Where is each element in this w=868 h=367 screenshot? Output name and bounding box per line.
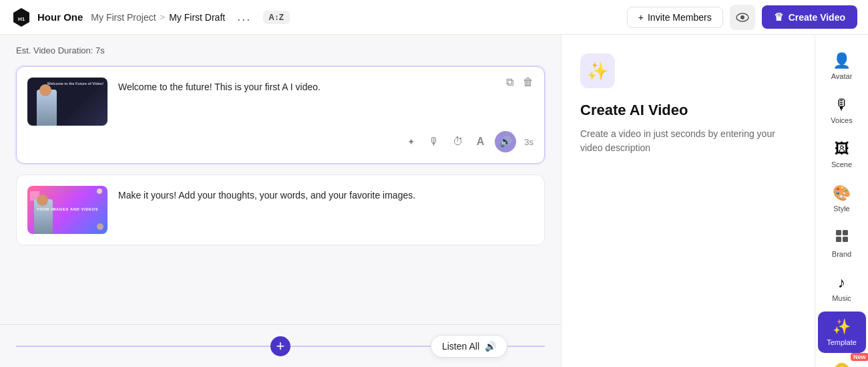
template-icon: ✨	[833, 318, 851, 336]
thumb-text-1: Welcome to the Future of Video!	[47, 82, 103, 87]
est-duration: Est. Video Duration: 7s	[16, 45, 545, 55]
logo-text: Hour One	[37, 11, 83, 23]
preview-button[interactable]	[730, 5, 755, 30]
avatar-label: Avatar	[831, 72, 853, 80]
font-button[interactable]: A	[474, 134, 487, 149]
breadcrumb-project[interactable]: My First Project	[91, 12, 156, 23]
invite-plus-icon: +	[638, 12, 644, 23]
svg-point-3	[740, 15, 744, 19]
invite-members-button[interactable]: + Invite Members	[627, 7, 723, 28]
microphone-button[interactable]: 🎙	[426, 134, 442, 149]
music-label: Music	[832, 294, 851, 302]
thumb-avatar-head-2	[37, 195, 48, 206]
svg-text:H1: H1	[18, 16, 25, 22]
svg-rect-5	[843, 230, 848, 235]
ai-panel-icon: ✨	[580, 53, 615, 88]
scene-card-actions: ⧉ 🗑	[503, 75, 536, 90]
voices-label: Voices	[831, 116, 852, 124]
deco-circle-2	[97, 223, 103, 230]
scene-top: Welcome to the Future of Video! Welcome …	[27, 78, 533, 126]
sidebar-item-voices[interactable]: 🎙 Voices	[818, 90, 866, 131]
content-inner: Est. Video Duration: 7s ⧉ 🗑 Welcome to t…	[0, 35, 561, 324]
scene-card-2: YOUR IMAGES AND VIDEOS Make it yours! Ad…	[16, 174, 545, 245]
right-panel: ✨ Create AI Video Create a video in just…	[561, 35, 815, 367]
eye-icon	[736, 13, 749, 22]
sidebar-item-style[interactable]: 🎨 Style	[818, 178, 866, 219]
timer-button[interactable]: ⏱	[450, 134, 466, 149]
copy-button[interactable]: ⧉	[503, 75, 516, 90]
brand-label: Brand	[832, 250, 851, 258]
listen-all-button[interactable]: Listen All 🔊	[431, 335, 507, 358]
sidebar-item-brand[interactable]: Brand	[818, 222, 866, 265]
main-layout: Est. Video Duration: 7s ⧉ 🗑 Welcome to t…	[0, 35, 868, 367]
voices-icon: 🎙	[835, 96, 849, 114]
breadcrumb-sep: >	[160, 12, 166, 22]
sidebar-item-music[interactable]: ♪ Music	[818, 267, 866, 309]
topbar-right: + Invite Members ♛ Create Video	[627, 5, 857, 30]
scene-thumbnail-1: Welcome to the Future of Video!	[27, 78, 107, 126]
sidebar-item-scene[interactable]: 🖼 Scene	[818, 134, 866, 175]
brand-icon	[835, 229, 849, 247]
music-icon: ♪	[838, 274, 845, 291]
style-icon: 🎨	[833, 185, 851, 202]
sidebar-icons: 👤 Avatar 🎙 Voices 🖼 Scene 🎨 Style Brand …	[815, 35, 868, 367]
logo: H1 Hour One	[11, 7, 83, 28]
scene-text-2[interactable]: Make it yours! Add your thoughts, your w…	[118, 186, 533, 203]
ai-panel-content: ✨ Create AI Video Create a video in just…	[562, 35, 815, 367]
breadcrumb: My First Project > My First Draft	[91, 12, 225, 23]
more-button[interactable]: ...	[233, 7, 255, 27]
listen-all-icon: 🔊	[485, 341, 496, 352]
listen-all-label: Listen All	[442, 341, 479, 352]
scene-icon: 🖼	[835, 140, 849, 158]
sidebar-item-template[interactable]: ✨ Template	[818, 312, 866, 353]
scene-thumbnail-2: YOUR IMAGES AND VIDEOS	[27, 186, 107, 234]
svg-rect-4	[836, 230, 841, 235]
add-scene-button[interactable]: +	[270, 336, 290, 356]
ai-panel-desc: Create a video in just seconds by enteri…	[580, 127, 796, 155]
scene-top-2: YOUR IMAGES AND VIDEOS Make it yours! Ad…	[27, 186, 533, 234]
delete-button[interactable]: 🗑	[520, 75, 536, 90]
bottom-bar: + Listen All 🔊	[0, 324, 561, 367]
scene-label: Scene	[831, 160, 852, 168]
template-label: Template	[827, 338, 857, 346]
create-video-label: Create Video	[789, 12, 845, 23]
logo-icon: H1	[11, 7, 32, 28]
coins-icon: 🪙	[833, 362, 851, 367]
svg-rect-7	[843, 237, 848, 242]
topbar: H1 Hour One My First Project > My First …	[0, 0, 868, 35]
breadcrumb-current: My First Draft	[169, 12, 225, 23]
content-area: Est. Video Duration: 7s ⧉ 🗑 Welcome to t…	[0, 35, 561, 367]
new-badge: New	[851, 353, 868, 361]
thumb-text-2: YOUR IMAGES AND VIDEOS	[37, 207, 98, 213]
thumb-avatar-head	[39, 84, 51, 96]
scene-text-1[interactable]: Welcome to the future! This is your firs…	[118, 78, 533, 94]
sidebar-item-avatar[interactable]: 👤 Avatar	[818, 45, 866, 87]
volume-button[interactable]: 🔊	[495, 131, 516, 152]
deco-circle-3	[97, 189, 102, 194]
magic-button[interactable]: ✦	[405, 135, 418, 148]
sidebar-item-coins[interactable]: New 🪙 Coins	[818, 356, 866, 367]
avatar-icon: 👤	[833, 52, 851, 70]
svg-rect-6	[836, 237, 841, 242]
scene-footer-1: ✦ 🎙 ⏱ A 🔊 3s	[27, 131, 533, 152]
duration-badge-1: 3s	[524, 137, 533, 147]
create-video-button[interactable]: ♛ Create Video	[762, 5, 857, 29]
ai-badge: A↕Z	[263, 11, 290, 24]
scene-card: ⧉ 🗑 Welcome to the Future of Video! Welc…	[16, 66, 545, 164]
invite-label: Invite Members	[648, 12, 712, 23]
style-label: Style	[833, 205, 849, 213]
ai-panel-title: Create AI Video	[580, 102, 796, 119]
sparkle-icon: ✨	[587, 61, 608, 82]
crown-icon: ♛	[774, 11, 783, 23]
